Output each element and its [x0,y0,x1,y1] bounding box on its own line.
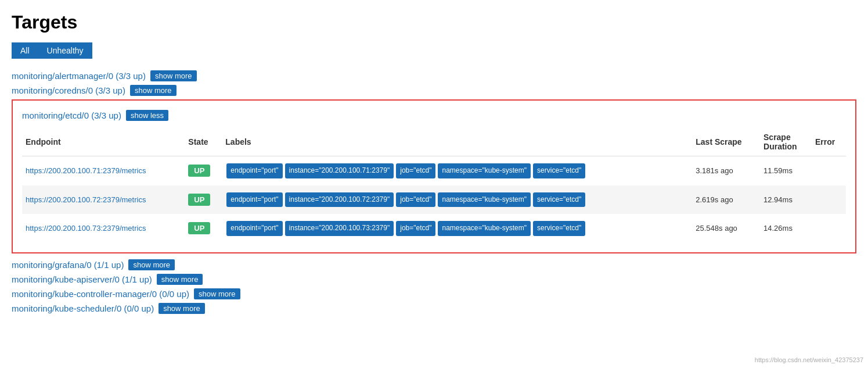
page-title: Targets [12,12,856,33]
targets-container: monitoring/alertmanager/0 (3/3 up)show m… [12,70,856,314]
show-more-button-alertmanager[interactable]: show more [150,70,197,81]
table-header: State [185,128,222,156]
target-table-etcd: EndpointStateLabelsLast ScrapeScrapeDura… [22,128,846,243]
label-tag: service="etcd" [533,221,585,236]
target-link-alertmanager[interactable]: monitoring/alertmanager/0 (3/3 up) [12,71,146,81]
endpoint-link[interactable]: https://200.200.100.71:2379/metrics [26,166,146,175]
filter-buttons: All Unhealthy [12,42,856,59]
label-tag: endpoint="port" [226,221,282,236]
show-more-button-kube-apiserver[interactable]: show more [157,274,203,285]
label-tag: job="etcd" [396,163,435,178]
target-link-etcd[interactable]: monitoring/etcd/0 (3/3 up) [22,110,121,120]
labels-cell: endpoint="port"instance="200.200.100.71:… [222,156,692,185]
table-header: ScrapeDuration [760,128,812,156]
target-expanded-etcd: monitoring/etcd/0 (3/3 up)show lessEndpo… [12,99,856,253]
label-tag: namespace="kube-system" [438,221,531,236]
last-scrape: 25.548s ago [692,214,760,243]
show-more-button-kube-scheduler[interactable]: show more [159,303,205,314]
target-link-kube-apiserver[interactable]: monitoring/kube-apiserver/0 (1/1 up) [12,274,152,284]
label-tag: instance="200.200.100.72:2379" [285,192,394,208]
show-more-button-coredns[interactable]: show more [130,85,177,96]
table-row: https://200.200.100.71:2379/metricsUPend… [22,156,846,185]
label-tag: namespace="kube-system" [438,192,531,208]
table-header: Last Scrape [692,128,760,156]
table-row: https://200.200.100.73:2379/metricsUPend… [22,214,846,243]
label-tag: service="etcd" [533,163,585,178]
error-cell [812,214,846,243]
label-tag: job="etcd" [396,221,435,236]
label-tag: service="etcd" [533,192,585,208]
table-row: https://200.200.100.72:2379/metricsUPend… [22,185,846,215]
last-scrape: 2.619s ago [692,185,760,215]
target-row-kube-scheduler: monitoring/kube-scheduler/0 (0/0 up)show… [12,303,856,314]
target-row-kube-apiserver: monitoring/kube-apiserver/0 (1/1 up)show… [12,274,856,285]
labels-cell: endpoint="port"instance="200.200.100.73:… [222,214,692,243]
show-more-button-kube-controller-manager[interactable]: show more [194,288,240,299]
target-row-coredns: monitoring/coredns/0 (3/3 up)show more [12,85,856,96]
target-link-kube-scheduler[interactable]: monitoring/kube-scheduler/0 (0/0 up) [12,303,154,313]
label-tag: endpoint="port" [226,163,282,178]
show-less-button-etcd[interactable]: show less [126,110,168,121]
show-more-button-grafana[interactable]: show more [128,259,175,270]
table-header: Labels [222,128,692,156]
filter-all-button[interactable]: All [12,42,38,59]
error-cell [812,185,846,215]
label-tag: instance="200.200.100.71:2379" [285,163,394,178]
label-tag: instance="200.200.100.73:2379" [285,221,394,236]
target-link-coredns[interactable]: monitoring/coredns/0 (3/3 up) [12,85,125,95]
target-row-kube-controller-manager: monitoring/kube-controller-manager/0 (0/… [12,288,856,299]
label-tag: job="etcd" [396,192,435,208]
state-badge: UP [188,194,210,206]
table-header: Error [812,128,846,156]
endpoint-link[interactable]: https://200.200.100.73:2379/metrics [26,224,146,233]
scrape-duration: 12.94ms [760,185,812,215]
labels-cell: endpoint="port"instance="200.200.100.72:… [222,185,692,215]
scrape-duration: 11.59ms [760,156,812,185]
table-header: Endpoint [22,128,185,156]
target-row-alertmanager: monitoring/alertmanager/0 (3/3 up)show m… [12,70,856,81]
scrape-duration: 14.26ms [760,214,812,243]
endpoint-link[interactable]: https://200.200.100.72:2379/metrics [26,195,146,204]
label-tag: endpoint="port" [226,192,282,208]
error-cell [812,156,846,185]
last-scrape: 3.181s ago [692,156,760,185]
target-link-grafana[interactable]: monitoring/grafana/0 (1/1 up) [12,260,124,270]
target-row-grafana: monitoring/grafana/0 (1/1 up)show more [12,259,856,270]
label-tag: namespace="kube-system" [438,163,531,178]
target-link-kube-controller-manager[interactable]: monitoring/kube-controller-manager/0 (0/… [12,289,189,299]
filter-unhealthy-button[interactable]: Unhealthy [38,42,92,59]
state-badge: UP [188,165,210,177]
state-badge: UP [188,222,210,234]
